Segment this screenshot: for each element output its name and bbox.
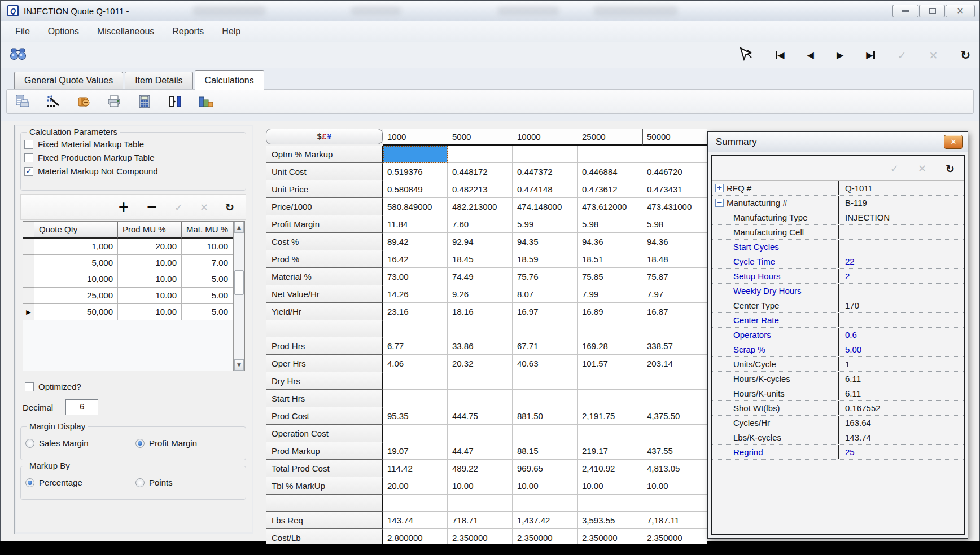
qty-table-cell[interactable]: 10.00 xyxy=(118,288,182,304)
grid-cell[interactable] xyxy=(448,146,513,163)
grid-cell[interactable]: 67.71 xyxy=(513,337,578,355)
grid-cell[interactable]: 169.28 xyxy=(578,337,642,355)
grid-cell[interactable]: 16.89 xyxy=(578,303,642,320)
grid-cell[interactable]: 4,813.05 xyxy=(642,460,707,477)
grid-cell[interactable]: 0.448172 xyxy=(448,163,513,180)
bar-chart-icon[interactable] xyxy=(198,94,213,109)
grid-cell[interactable]: 7.99 xyxy=(578,285,642,303)
grid-cell[interactable]: 44.47 xyxy=(448,442,513,460)
grid-row-label[interactable]: Oper Hrs xyxy=(266,355,383,372)
grid-cell[interactable]: 75.85 xyxy=(578,268,642,285)
menu-options[interactable]: Options xyxy=(48,27,79,37)
grid-row-label[interactable]: Prod Markup xyxy=(266,442,383,460)
menu-miscellaneous[interactable]: Miscellaneous xyxy=(97,27,154,37)
checkbox[interactable] xyxy=(24,140,33,149)
grid-cell[interactable]: 444.75 xyxy=(448,407,513,425)
grid-cell[interactable]: 101.57 xyxy=(578,355,642,372)
menu-help[interactable]: Help xyxy=(222,27,240,37)
grid-cell[interactable]: 18.59 xyxy=(513,250,578,268)
qty-table-cell[interactable]: 7.00 xyxy=(182,255,233,271)
summary-row-value[interactable]: 0.6 xyxy=(839,328,964,342)
package-icon[interactable] xyxy=(76,94,91,109)
currency-button[interactable]: $£¥ xyxy=(266,129,383,144)
scroll-up-icon[interactable]: ▲ xyxy=(234,222,244,233)
row-marker-cell[interactable] xyxy=(23,288,34,304)
summary-row-value[interactable]: 5.00 xyxy=(839,342,964,356)
scrollbar-thumb[interactable] xyxy=(234,270,244,295)
grid-cell[interactable]: 8.07 xyxy=(513,285,578,303)
grid-cell[interactable]: 18.48 xyxy=(642,250,707,268)
grid-cell[interactable]: 718.71 xyxy=(448,512,513,529)
grid-cell[interactable]: 18.51 xyxy=(578,250,642,268)
summary-close-button[interactable]: ✕ xyxy=(944,135,963,149)
checkbox[interactable]: ✓ xyxy=(24,167,33,176)
grid-cell[interactable]: 2.350000 xyxy=(448,529,513,544)
copy-report-icon[interactable] xyxy=(15,94,30,109)
grid-cell[interactable]: 881.50 xyxy=(513,407,578,425)
grid-cell[interactable]: 75.87 xyxy=(642,268,707,285)
checkbox[interactable] xyxy=(25,382,34,391)
next-record-button[interactable]: ▶ xyxy=(837,50,843,60)
row-marker-cell[interactable]: ▶ xyxy=(23,304,34,320)
grid-cell[interactable] xyxy=(513,372,578,390)
grid-cell[interactable] xyxy=(383,320,448,337)
grid-cell[interactable]: 10.00 xyxy=(642,477,707,495)
grid-cell[interactable]: 2.350000 xyxy=(642,529,707,544)
grid-cell[interactable]: 19.07 xyxy=(383,442,448,460)
grid-row-label[interactable]: Optm % Markup xyxy=(266,146,383,163)
grid-row-label[interactable]: Total Prod Cost xyxy=(266,460,383,477)
add-row-icon[interactable]: + xyxy=(118,199,129,215)
grid-cell[interactable] xyxy=(642,146,707,163)
row-marker-cell[interactable] xyxy=(23,271,34,288)
grid-cell[interactable] xyxy=(383,146,448,163)
grid-cell[interactable]: 2,191.75 xyxy=(578,407,642,425)
grid-row-label[interactable]: Unit Price xyxy=(266,180,383,198)
grid-cell[interactable]: 6.77 xyxy=(383,337,448,355)
grid-cell[interactable] xyxy=(578,425,642,442)
grid-cell[interactable]: 95.35 xyxy=(383,407,448,425)
grid-cell[interactable]: 143.74 xyxy=(383,512,448,529)
refresh-icon[interactable]: ↻ xyxy=(946,162,955,175)
grid-cell[interactable] xyxy=(448,372,513,390)
grid-cell[interactable]: 0.473612 xyxy=(578,180,642,198)
grid-row-label[interactable]: Price/1000 xyxy=(266,198,383,215)
grid-cell[interactable]: 0.446720 xyxy=(642,163,707,180)
grid-cell[interactable]: 114.42 xyxy=(383,460,448,477)
grid-cell[interactable] xyxy=(642,495,707,512)
grid-cell[interactable] xyxy=(513,146,578,163)
find-icon[interactable] xyxy=(10,47,27,63)
summary-row-value[interactable]: B-119 xyxy=(839,196,964,210)
qty-table-cell[interactable]: 5.00 xyxy=(182,288,233,304)
grid-cell[interactable]: 94.35 xyxy=(513,233,578,250)
summary-row-value[interactable]: Q-1011 xyxy=(839,181,964,195)
checkbox[interactable] xyxy=(24,153,33,162)
grid-cell[interactable] xyxy=(513,495,578,512)
grid-row-label[interactable]: Cost % xyxy=(266,233,383,250)
qty-table-cell[interactable]: 10.00 xyxy=(118,255,182,271)
summary-row-value[interactable]: 22 xyxy=(839,254,964,268)
grid-row-label[interactable]: Material % xyxy=(266,268,383,285)
grid-row-label[interactable]: Unit Cost xyxy=(266,163,383,180)
qty-table-cell[interactable]: 5,000 xyxy=(34,255,118,271)
summary-row-value[interactable] xyxy=(839,225,964,239)
grid-cell[interactable] xyxy=(578,320,642,337)
grid-row-label[interactable]: Profit Margin xyxy=(266,215,383,233)
grid-cell[interactable]: 23.16 xyxy=(383,303,448,320)
grid-cell[interactable] xyxy=(642,390,707,407)
grid-row-label[interactable]: Prod Hrs xyxy=(266,337,383,355)
grid-cell[interactable]: 10.00 xyxy=(513,477,578,495)
grid-cell[interactable]: 14.26 xyxy=(383,285,448,303)
close-button[interactable]: ✕ xyxy=(946,5,975,17)
radio-icon[interactable] xyxy=(135,478,145,487)
radio-icon[interactable] xyxy=(25,439,34,448)
grid-cell[interactable]: 74.49 xyxy=(448,268,513,285)
summary-row-value[interactable]: 25 xyxy=(839,445,964,459)
summary-row-value[interactable]: 143.74 xyxy=(839,430,964,444)
scroll-down-icon[interactable]: ▼ xyxy=(234,359,244,371)
qty-table-cell[interactable]: 1,000 xyxy=(34,239,118,255)
grid-cell[interactable]: 7.97 xyxy=(642,285,707,303)
grid-row-label[interactable]: Prod % xyxy=(266,250,383,268)
grid-cell[interactable] xyxy=(448,390,513,407)
qty-table-cell[interactable]: 10.00 xyxy=(118,304,182,320)
radio-icon[interactable] xyxy=(135,439,145,448)
